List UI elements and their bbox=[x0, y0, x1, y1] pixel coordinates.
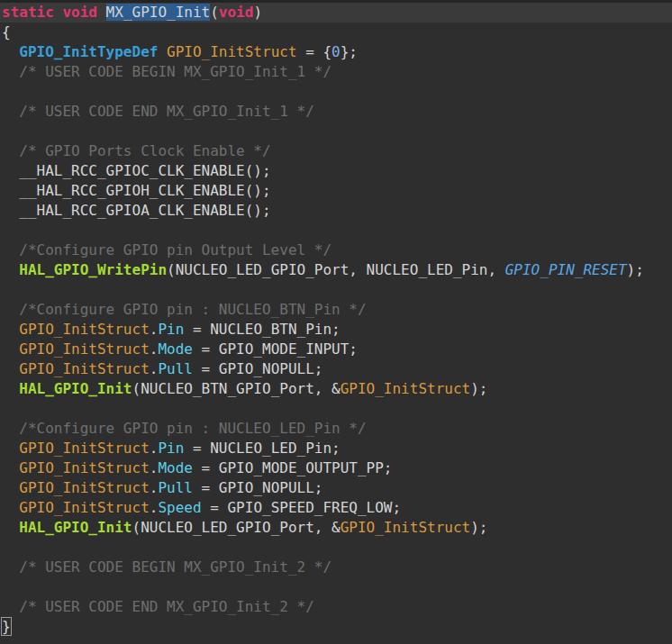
code-line[interactable]: __HAL_RCC_GPIOC_CLK_ENABLE(); bbox=[0, 161, 672, 181]
code-token: (NUCLEO_LED_GPIO_Port, & bbox=[132, 519, 341, 536]
code-line[interactable] bbox=[0, 280, 672, 300]
code-token: GPIO_InitStruct bbox=[341, 380, 471, 397]
code-token: ); bbox=[470, 519, 487, 536]
code-token: /* USER CODE BEGIN MX_GPIO_Init_2 */ bbox=[2, 558, 331, 576]
code-token: . bbox=[150, 459, 159, 476]
code-line[interactable]: GPIO_InitStruct.Pull = GPIO_NOPULL; bbox=[0, 478, 672, 498]
code-token: GPIO_PIN_RESET bbox=[505, 261, 627, 278]
code-token: Mode bbox=[158, 459, 193, 476]
code-line[interactable] bbox=[0, 399, 672, 419]
code-token: ); bbox=[627, 261, 644, 278]
code-token: Pull bbox=[158, 360, 193, 377]
code-token bbox=[2, 321, 19, 338]
code-line[interactable]: GPIO_InitStruct.Pull = GPIO_NOPULL; bbox=[0, 359, 672, 379]
code-line[interactable]: HAL_GPIO_Init(NUCLEO_BTN_GPIO_Port, &GPI… bbox=[0, 379, 672, 399]
code-line[interactable]: GPIO_InitStruct.Pin = NUCLEO_LED_Pin; bbox=[0, 439, 672, 458]
code-token: (NUCLEO_BTN_GPIO_Port, & bbox=[132, 380, 341, 397]
code-token: __HAL_RCC_GPIOA_CLK_ENABLE(); bbox=[2, 202, 271, 219]
code-line[interactable] bbox=[0, 577, 672, 597]
code-token: . bbox=[150, 479, 159, 496]
code-token: ) bbox=[253, 4, 262, 21]
code-token: Pull bbox=[158, 479, 193, 496]
code-token: . bbox=[150, 340, 159, 358]
code-token: void bbox=[219, 4, 254, 21]
code-line[interactable]: /* USER CODE BEGIN MX_GPIO_Init_2 */ bbox=[0, 558, 672, 577]
code-token: . bbox=[150, 321, 159, 338]
code-token: . bbox=[150, 440, 159, 457]
code-token: GPIO_InitStruct bbox=[19, 440, 150, 457]
code-token: void bbox=[62, 4, 97, 21]
code-line-current[interactable]: static void MX_GPIO_Init(void) bbox=[0, 3, 672, 23]
code-token: . bbox=[150, 360, 159, 377]
code-token: { bbox=[2, 23, 11, 41]
code-token bbox=[2, 261, 19, 278]
code-line[interactable] bbox=[0, 82, 672, 102]
code-token: GPIO_InitStruct bbox=[19, 321, 150, 338]
code-token: GPIO_InitStruct bbox=[19, 479, 150, 496]
matched-brace: } bbox=[2, 618, 11, 635]
code-line[interactable] bbox=[0, 122, 672, 141]
code-line[interactable]: GPIO_InitStruct.Mode = GPIO_MODE_OUTPUT_… bbox=[0, 458, 672, 478]
code-token: Pin bbox=[158, 440, 184, 457]
code-token: = NUCLEO_BTN_Pin; bbox=[184, 321, 340, 338]
code-token bbox=[54, 4, 63, 21]
code-token: Mode bbox=[158, 340, 193, 358]
code-token: GPIO_InitStruct bbox=[19, 459, 150, 476]
code-token bbox=[2, 340, 19, 358]
code-token: HAL_GPIO_WritePin bbox=[19, 261, 167, 278]
code-token bbox=[2, 459, 19, 476]
code-token: HAL_GPIO_Init bbox=[19, 519, 132, 536]
code-area[interactable]: static void MX_GPIO_Init(void){ GPIO_Ini… bbox=[0, 3, 672, 637]
code-line[interactable]: /* GPIO Ports Clock Enable */ bbox=[0, 141, 672, 161]
code-line[interactable]: GPIO_InitTypeDef GPIO_InitStruct = {0}; bbox=[0, 42, 672, 62]
code-line[interactable]: __HAL_RCC_GPIOH_CLK_ENABLE(); bbox=[0, 181, 672, 201]
code-token: /* USER CODE BEGIN MX_GPIO_Init_1 */ bbox=[2, 63, 331, 80]
code-token: /* GPIO Ports Clock Enable */ bbox=[2, 142, 271, 159]
code-line[interactable]: } bbox=[0, 617, 672, 637]
code-token: GPIO_InitTypeDef bbox=[19, 43, 158, 60]
code-token: = GPIO_MODE_OUTPUT_PP; bbox=[193, 459, 393, 476]
code-editor[interactable]: static void MX_GPIO_Init(void){ GPIO_Ini… bbox=[0, 0, 672, 644]
code-token: Speed bbox=[158, 499, 201, 516]
code-line[interactable] bbox=[0, 221, 672, 240]
code-token bbox=[2, 380, 19, 397]
code-token: /*Configure GPIO pin Output Level */ bbox=[2, 241, 331, 259]
code-token: = { bbox=[297, 43, 332, 60]
code-token bbox=[2, 360, 19, 377]
code-line[interactable]: /* USER CODE END MX_GPIO_Init_2 */ bbox=[0, 597, 672, 617]
code-line[interactable]: { bbox=[0, 23, 672, 42]
code-token: GPIO_InitStruct bbox=[341, 519, 471, 536]
code-line[interactable]: /* USER CODE END MX_GPIO_Init_1 */ bbox=[0, 102, 672, 122]
code-token: }; bbox=[341, 43, 358, 60]
code-token: GPIO_InitStruct bbox=[19, 499, 150, 516]
code-token bbox=[2, 43, 19, 60]
code-token: = GPIO_NOPULL; bbox=[193, 360, 323, 377]
code-line[interactable] bbox=[0, 538, 672, 558]
code-token: = NUCLEO_LED_Pin; bbox=[184, 440, 340, 457]
code-line[interactable]: /*Configure GPIO pin : NUCLEO_BTN_Pin */ bbox=[0, 300, 672, 320]
code-line[interactable]: HAL_GPIO_WritePin(NUCLEO_LED_GPIO_Port, … bbox=[0, 260, 672, 280]
code-line[interactable]: /*Configure GPIO pin : NUCLEO_LED_Pin */ bbox=[0, 419, 672, 439]
code-token: GPIO_InitStruct bbox=[167, 43, 297, 60]
code-token: = GPIO_NOPULL; bbox=[193, 479, 323, 496]
code-token: static bbox=[2, 4, 54, 21]
code-token bbox=[2, 499, 19, 516]
code-token: ); bbox=[470, 380, 487, 397]
code-token: = GPIO_SPEED_FREQ_LOW; bbox=[202, 499, 402, 516]
code-line[interactable]: /* USER CODE BEGIN MX_GPIO_Init_1 */ bbox=[0, 62, 672, 82]
code-line[interactable]: __HAL_RCC_GPIOA_CLK_ENABLE(); bbox=[0, 201, 672, 221]
code-token: ( bbox=[210, 4, 219, 21]
code-line[interactable]: GPIO_InitStruct.Mode = GPIO_MODE_INPUT; bbox=[0, 340, 672, 359]
code-token: (NUCLEO_LED_GPIO_Port, NUCLEO_LED_Pin, bbox=[167, 261, 505, 278]
code-token: Pin bbox=[158, 321, 184, 338]
code-token: GPIO_InitStruct bbox=[19, 340, 150, 358]
code-line[interactable]: GPIO_InitStruct.Speed = GPIO_SPEED_FREQ_… bbox=[0, 498, 672, 518]
code-token: __HAL_RCC_GPIOC_CLK_ENABLE(); bbox=[2, 162, 271, 179]
code-token bbox=[2, 479, 19, 496]
code-line[interactable]: HAL_GPIO_Init(NUCLEO_LED_GPIO_Port, &GPI… bbox=[0, 518, 672, 538]
code-token: /* USER CODE END MX_GPIO_Init_1 */ bbox=[2, 103, 314, 120]
code-line[interactable]: /*Configure GPIO pin Output Level */ bbox=[0, 240, 672, 260]
selected-word-highlight: MX_GPIO_Init bbox=[106, 4, 211, 21]
code-line[interactable]: GPIO_InitStruct.Pin = NUCLEO_BTN_Pin; bbox=[0, 320, 672, 340]
code-token: . bbox=[150, 499, 159, 516]
